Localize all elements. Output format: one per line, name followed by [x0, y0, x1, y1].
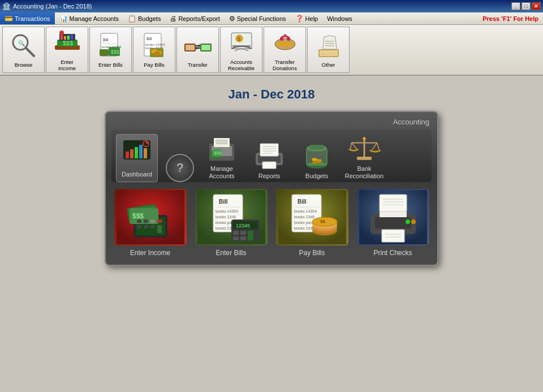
svg-point-39 [280, 37, 283, 41]
svg-text:Bill: Bill [219, 199, 228, 205]
svg-rect-49 [130, 149, 133, 158]
enter-bills-large-icon: Bill books 14354 books 2346 books para b… [195, 189, 268, 245]
manage-accounts-button[interactable]: $$$ Manage Accounts [200, 137, 244, 182]
toolbar-browse-label: Browse [15, 62, 33, 68]
print-checks-button[interactable]: Print Checks [354, 187, 432, 259]
svg-rect-42 [320, 50, 338, 56]
svg-line-82 [351, 143, 352, 149]
svg-rect-94 [137, 219, 141, 223]
svg-rect-80 [357, 157, 372, 160]
svg-rect-100 [150, 225, 155, 229]
menu-windows-label: Windows [327, 15, 352, 22]
svg-text:🔍: 🔍 [18, 40, 25, 47]
toolbar-transfer-donations[interactable]: TransferDonations [264, 27, 306, 73]
print-checks-large-label: Print Checks [373, 249, 412, 257]
dashboard-button[interactable]: Dashboard [116, 134, 158, 182]
budgets-icon: 📋 [128, 15, 136, 23]
svg-text:$$$: $$$ [111, 49, 119, 55]
budgets-label: Budgets [305, 173, 328, 180]
close-button[interactable]: ✕ [532, 2, 541, 10]
enter-income-large-icon: $$$ [114, 189, 187, 245]
svg-rect-96 [150, 219, 155, 223]
toolbar-pay-bills-label: Pay Bills [144, 62, 164, 68]
svg-text:$: $ [238, 36, 240, 42]
manage-accounts-icon: 📊 [59, 15, 68, 23]
menu-budgets[interactable]: 📋 Budgets [123, 12, 165, 24]
svg-point-78 [312, 161, 319, 164]
reports-button[interactable]: Reports [247, 137, 291, 182]
svg-line-83 [351, 143, 356, 149]
svg-text:Bill: Bill [146, 37, 152, 41]
toolbar-browse[interactable]: 🔍 Browse [2, 27, 45, 73]
toolbar-other[interactable]: Other [307, 27, 350, 73]
svg-rect-52 [144, 148, 147, 158]
menu-windows[interactable]: Windows [322, 12, 357, 24]
toolbar-enter-bills[interactable]: Bill books 14354 books 2346 $$$ Enter Bi… [89, 27, 132, 73]
svg-rect-31 [186, 45, 195, 50]
toolbar-enter-income[interactable]: $$$ EnterIncome [46, 27, 88, 73]
svg-rect-9 [64, 36, 66, 40]
accounting-panel: Accounting [105, 111, 438, 266]
menu-reports-export[interactable]: 🖨 Reports/Export [165, 12, 224, 24]
svg-point-29 [153, 51, 160, 56]
period-title: Jan - Dec 2018 [229, 87, 315, 102]
svg-rect-141 [382, 230, 404, 242]
svg-rect-113 [233, 231, 239, 235]
menu-help[interactable]: ❓ Help [291, 12, 323, 24]
svg-rect-50 [135, 147, 138, 158]
toolbar-pay-bills[interactable]: Bill books 14354 books 2346 Pay Bills [133, 27, 175, 73]
svg-text:books 14354: books 14354 [294, 209, 317, 213]
menu-budgets-label: Budgets [138, 15, 161, 22]
svg-text:Bill: Bill [103, 38, 109, 42]
svg-rect-118 [248, 231, 253, 240]
budgets-button[interactable]: Budgets [295, 137, 339, 182]
manage-accounts-icon: $$$ [204, 132, 240, 163]
svg-text:books 14354: books 14354 [216, 209, 238, 213]
bank-reconciliation-button[interactable]: Bank Reconciliation [342, 137, 386, 182]
help-question-button[interactable]: ? [166, 154, 194, 182]
transactions-icon: 💳 [5, 15, 13, 23]
svg-rect-98 [137, 225, 141, 229]
toolbar-accounts-receivable[interactable]: $ AccountsReceivable [220, 27, 262, 73]
pay-bills-large-label: Pay Bills [299, 249, 325, 257]
menu-bar: 💳 Transactions 📊 Manage Accounts 📋 Budge… [0, 12, 543, 25]
bank-reconciliation-label: Bank Reconciliation [342, 165, 386, 180]
svg-rect-33 [201, 45, 210, 50]
svg-text:books   para: books para [294, 221, 314, 225]
svg-rect-8 [61, 35, 63, 40]
svg-rect-101 [157, 225, 162, 233]
title-bar: 🏦 Accounting (Jan - Dec 2018) _ □ ✕ [0, 0, 543, 12]
menu-special-functions-label: Special Functions [237, 15, 286, 22]
svg-text:Bill: Bill [298, 199, 307, 205]
bank-reconciliation-icon [346, 132, 382, 163]
enter-income-button[interactable]: $$$ Enter Income [111, 187, 189, 259]
menu-help-label: Help [305, 15, 318, 22]
menu-manage-accounts[interactable]: 📊 Manage Accounts [55, 12, 123, 24]
enter-bills-icon: Bill books 14354 books 2346 $$$ [96, 31, 126, 61]
svg-rect-10 [67, 36, 70, 40]
main-content: Jan - Dec 2018 Accounting [0, 76, 543, 392]
browse-icon: 🔍 [9, 31, 38, 61]
reports-label: Reports [258, 173, 281, 180]
toolbar-transfer[interactable]: Transfer [176, 27, 219, 73]
svg-rect-13 [61, 31, 63, 35]
svg-rect-95 [144, 219, 148, 223]
menu-special-functions[interactable]: ⚙ Special Functions [225, 12, 291, 24]
toolbar-enter-bills-label: Enter Bills [98, 62, 123, 68]
svg-rect-11 [71, 35, 73, 40]
menu-transactions-label: Transactions [15, 15, 50, 22]
panel-bottom-row: $$$ Enter Income [111, 187, 432, 259]
svg-rect-116 [233, 236, 239, 240]
svg-text:12345: 12345 [236, 223, 250, 229]
reports-icon [251, 139, 287, 170]
maximize-button[interactable]: □ [522, 2, 531, 10]
minimize-button[interactable]: _ [511, 2, 520, 10]
menu-transactions[interactable]: 💳 Transactions [0, 12, 55, 24]
toolbar-transfer-donations-label: TransferDonations [273, 59, 297, 72]
menu-manage-accounts-label: Manage Accounts [70, 15, 119, 22]
svg-line-84 [372, 143, 377, 150]
svg-point-144 [406, 219, 410, 224]
enter-bills-button[interactable]: Bill books 14354 books 2346 books para b… [192, 187, 270, 259]
pay-bills-button[interactable]: Bill books 14354 books 2346 books para b… [273, 187, 351, 259]
enter-income-icon: $$$ [53, 28, 82, 58]
